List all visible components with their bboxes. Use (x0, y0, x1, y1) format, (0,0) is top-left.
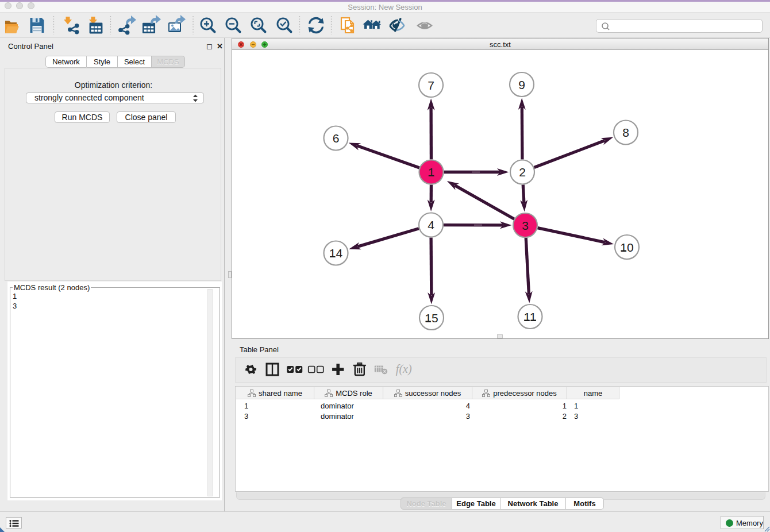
svg-text:6: 6 (333, 132, 340, 145)
svg-text:10: 10 (620, 241, 633, 254)
svg-text:2: 2 (519, 165, 526, 179)
svg-text:9: 9 (518, 78, 525, 91)
svg-text:3: 3 (522, 219, 529, 232)
svg-text:1: 1 (428, 165, 435, 179)
svg-text:14: 14 (329, 246, 343, 260)
svg-text:f(x): f(x) (396, 363, 412, 376)
svg-text:11: 11 (524, 310, 537, 323)
svg-text:4: 4 (428, 218, 434, 232)
svg-text:7: 7 (428, 79, 434, 92)
svg-text:8: 8 (622, 126, 629, 139)
svg-text:15: 15 (425, 311, 438, 325)
